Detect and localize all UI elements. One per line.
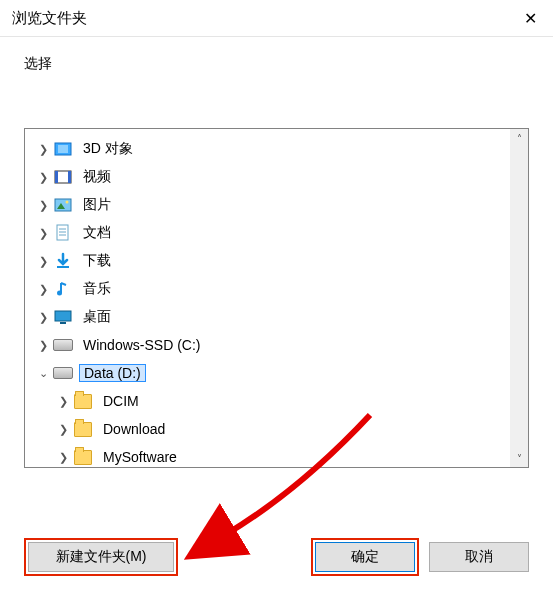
picture-icon [53, 195, 73, 215]
browse-folder-dialog: 浏览文件夹 ✕ 选择 ❯ 3D 对象 ❯ 视频 ❯ [0, 0, 553, 600]
chevron-right-icon[interactable]: ❯ [55, 451, 71, 464]
desktop-icon [53, 307, 73, 327]
tree-item-label: 音乐 [79, 280, 115, 298]
tree-item-label: 图片 [79, 196, 115, 214]
ok-button[interactable]: 确定 [315, 542, 415, 572]
tree-item-label: 视频 [79, 168, 115, 186]
highlight-ok: 确定 [311, 538, 419, 576]
svg-point-13 [57, 291, 62, 296]
chevron-right-icon[interactable]: ❯ [35, 283, 51, 296]
tree-item[interactable]: ❯ 下载 [27, 247, 508, 275]
tree-item[interactable]: ❯ 音乐 [27, 275, 508, 303]
tree-item[interactable]: ❯ 文档 [27, 219, 508, 247]
tree-item[interactable]: ❯ 图片 [27, 191, 508, 219]
tree-item[interactable]: ❯ 桌面 [27, 303, 508, 331]
highlight-new-folder: 新建文件夹(M) [24, 538, 178, 576]
folder-tree-container: ❯ 3D 对象 ❯ 视频 ❯ 图片 ❯ [24, 128, 529, 468]
drive-icon [53, 363, 73, 383]
scroll-down-icon[interactable]: ˅ [510, 449, 528, 467]
tree-item-label: 文档 [79, 224, 115, 242]
download-icon [53, 251, 73, 271]
tree-item[interactable]: ❯ MySoftware [27, 443, 508, 467]
3d-icon [53, 139, 73, 159]
close-icon: ✕ [524, 9, 537, 28]
tree-item[interactable]: ❯ Windows-SSD (C:) [27, 331, 508, 359]
tree-item[interactable]: ❯ DCIM [27, 387, 508, 415]
video-icon [53, 167, 73, 187]
tree-item[interactable]: ❯ 3D 对象 [27, 135, 508, 163]
titlebar: 浏览文件夹 ✕ [0, 0, 553, 37]
tree-item-selected[interactable]: ⌄ Data (D:) [27, 359, 508, 387]
tree-item[interactable]: ❯ 视频 [27, 163, 508, 191]
drive-icon [53, 335, 73, 355]
folder-tree[interactable]: ❯ 3D 对象 ❯ 视频 ❯ 图片 ❯ [25, 129, 510, 467]
dialog-title: 浏览文件夹 [12, 9, 87, 28]
chevron-right-icon[interactable]: ❯ [35, 227, 51, 240]
new-folder-label: 新建文件夹(M) [56, 548, 147, 566]
svg-rect-3 [55, 171, 58, 183]
tree-item-label: Windows-SSD (C:) [79, 337, 204, 353]
music-icon [53, 279, 73, 299]
tree-item[interactable]: ❯ Download [27, 415, 508, 443]
tree-item-label: DCIM [99, 393, 143, 409]
chevron-right-icon[interactable]: ❯ [35, 143, 51, 156]
svg-rect-1 [58, 145, 68, 153]
svg-point-7 [66, 201, 69, 204]
tree-item-label: 桌面 [79, 308, 115, 326]
tree-item-label: MySoftware [99, 449, 181, 465]
folder-icon [73, 391, 93, 411]
chevron-down-icon[interactable]: ⌄ [35, 367, 51, 380]
close-button[interactable]: ✕ [507, 0, 553, 36]
chevron-right-icon[interactable]: ❯ [55, 395, 71, 408]
cancel-button[interactable]: 取消 [429, 542, 529, 572]
chevron-right-icon[interactable]: ❯ [35, 311, 51, 324]
document-icon [53, 223, 73, 243]
new-folder-button[interactable]: 新建文件夹(M) [28, 542, 174, 572]
cancel-label: 取消 [465, 548, 493, 566]
chevron-right-icon[interactable]: ❯ [55, 423, 71, 436]
tree-item-label: 下载 [79, 252, 115, 270]
svg-rect-5 [55, 199, 71, 211]
dialog-subtitle: 选择 [0, 37, 553, 83]
ok-label: 确定 [351, 548, 379, 566]
scrollbar[interactable]: ˄ ˅ [510, 129, 528, 467]
folder-icon [73, 419, 93, 439]
tree-item-label: 3D 对象 [79, 140, 137, 158]
chevron-right-icon[interactable]: ❯ [35, 171, 51, 184]
folder-icon [73, 447, 93, 467]
chevron-right-icon[interactable]: ❯ [35, 339, 51, 352]
svg-rect-15 [60, 322, 66, 324]
tree-item-label: Download [99, 421, 169, 437]
chevron-right-icon[interactable]: ❯ [35, 199, 51, 212]
svg-rect-4 [68, 171, 71, 183]
scroll-up-icon[interactable]: ˄ [510, 129, 528, 147]
svg-rect-14 [55, 311, 71, 321]
button-bar: 新建文件夹(M) 确定 取消 [24, 538, 529, 576]
chevron-right-icon[interactable]: ❯ [35, 255, 51, 268]
tree-item-label: Data (D:) [79, 364, 146, 382]
